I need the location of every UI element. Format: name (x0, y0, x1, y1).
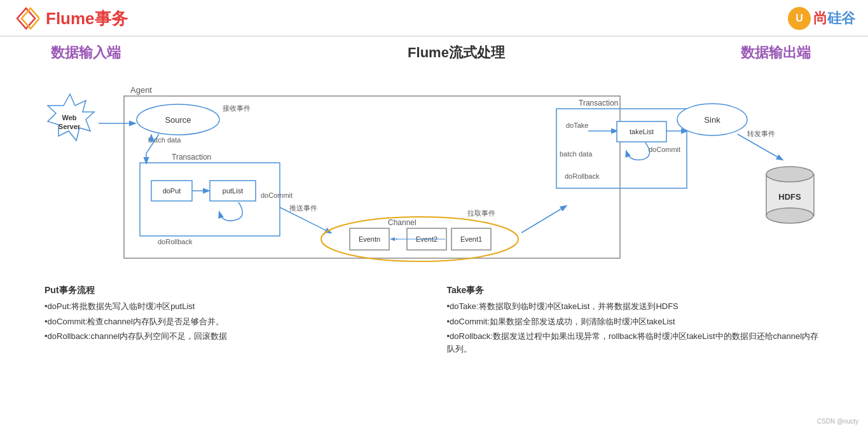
bottom-left: Put事务流程 •doPut:将批数据先写入临时缓冲区putList •doCo… (45, 285, 422, 357)
dotake-label: doTake (566, 121, 588, 129)
event1-label: Event1 (460, 235, 482, 243)
diagram-svg: Web Server Agent Source 接收事件 batch data … (13, 67, 858, 271)
section-titles: 数据输入端 Flume流式处理 数据输出端 (13, 43, 855, 62)
header-title: Flume事务 (46, 8, 128, 30)
receive-event-label: 接收事件 (223, 104, 251, 112)
docommit-right-label: doCommit (649, 146, 680, 153)
docommit-left-label: doCommit (261, 191, 293, 199)
brand-name: 尚硅谷 (813, 9, 855, 28)
arrow-sink-hdfs (738, 134, 782, 160)
push-event-label: 推送事件 (289, 204, 317, 212)
forward-event-label: 转发事件 (747, 130, 775, 137)
put-title: Put事务流程 (45, 285, 422, 296)
header-right: U 尚硅谷 (788, 7, 855, 30)
footer-text: CSDN @nucty (817, 418, 858, 425)
pull-event-label: 拉取事件 (467, 209, 495, 217)
arrow-channel-right-transaction (521, 206, 566, 233)
sink-label: Sink (704, 115, 720, 125)
hdfs-label: HDFS (778, 192, 801, 202)
flume-logo-icon (13, 6, 39, 31)
header: Flume事务 U 尚硅谷 (0, 0, 868, 37)
section-title-center: Flume流式处理 (408, 43, 505, 62)
bottom-right: Take事务 •doTake:将数据取到临时缓冲区takeList，并将数据发送… (447, 285, 824, 357)
channel-label: Channel (388, 218, 417, 227)
bottom-section: Put事务流程 •doPut:将批数据先写入临时缓冲区putList •doCo… (13, 277, 855, 357)
put-item1: •doPut:将批数据先写入临时缓冲区putList (45, 300, 422, 313)
circular-arrow-takelist (626, 142, 649, 160)
dorollback-left-label: doRollback (158, 238, 193, 245)
doput-label: doPut (163, 187, 181, 195)
transaction-right-label: Transaction (579, 99, 618, 107)
take-item2: •doCommit:如果数据全部发送成功，则清除临时缓冲区takeList (447, 315, 824, 328)
circular-arrow-putlist (219, 202, 242, 221)
main-content: 数据输入端 Flume流式处理 数据输出端 Web Server Agent S… (0, 37, 868, 364)
footer: CSDN @nucty (817, 418, 858, 425)
transaction-left-label: Transaction (172, 153, 211, 162)
agent-label: Agent (130, 85, 152, 95)
putlist-label: putList (223, 187, 243, 195)
put-item2: •doCommit:检查channel内存队列是否足够合并。 (45, 315, 422, 328)
header-left: Flume事务 (13, 6, 128, 31)
web-server-label: Web (62, 114, 76, 121)
takelist-label: takeList (630, 128, 654, 135)
web-server-group: Web Server (48, 94, 94, 141)
section-title-input: 数据输入端 (51, 43, 121, 62)
diagram-area: Web Server Agent Source 接收事件 batch data … (13, 67, 855, 277)
take-item3: •doRollback:数据发送过程中如果出现异常，rollback将临时缓冲区… (447, 330, 824, 355)
take-title: Take事务 (447, 285, 824, 296)
hdfs-cylinder-top (766, 167, 813, 182)
brand-circle-icon: U (788, 7, 811, 30)
brand-logo: U 尚硅谷 (788, 7, 855, 30)
dorollback-right-label: doRollback (565, 172, 600, 180)
section-title-output: 数据输出端 (741, 43, 811, 62)
take-item1: •doTake:将数据取到临时缓冲区takeList，并将数据发送到HDFS (447, 300, 824, 313)
put-item3: •doRollback:channel内存队列空间不足，回滚数据 (45, 330, 422, 343)
web-server-label2: Server (59, 123, 81, 130)
eventn-label: Eventn (359, 235, 380, 243)
batch-data-right-label: batch data (560, 150, 593, 158)
source-label: Source (165, 115, 191, 125)
dots-label: ··· (390, 233, 398, 244)
hdfs-cylinder-bottom (766, 208, 813, 223)
